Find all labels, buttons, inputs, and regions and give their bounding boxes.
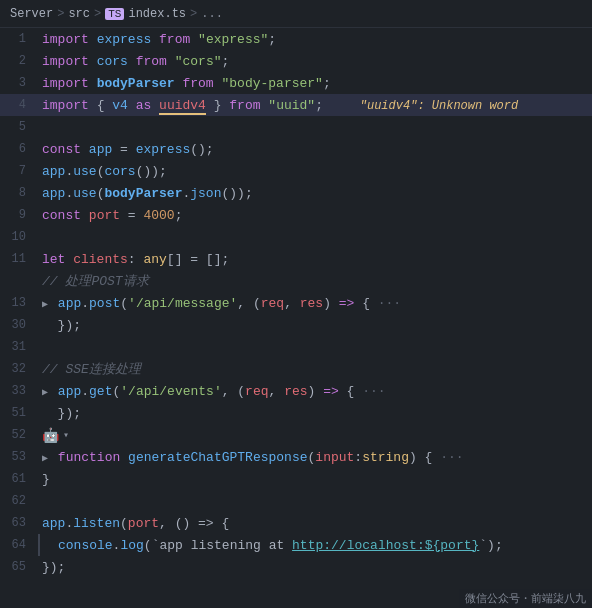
breadcrumb-sep1: >: [57, 7, 64, 21]
line-number: 52: [0, 428, 38, 442]
line-number: 4: [0, 98, 38, 112]
line-content: const app = express();: [38, 142, 592, 157]
warning-text: "uuidv4": Unknown word: [360, 99, 518, 113]
code-line-8: 8 app.use(bodyParser.json());: [0, 182, 592, 204]
line-number: 9: [0, 208, 38, 222]
code-line-7: 7 app.use(cors());: [0, 160, 592, 182]
line-number: 11: [0, 252, 38, 266]
line-content: });: [38, 318, 592, 333]
line-content: ▶ function generateChatGPTResponse(input…: [38, 450, 592, 465]
code-line-1: 1 import express from "express";: [0, 28, 592, 50]
line-content: // SSE连接处理: [38, 360, 592, 378]
code-line-11: 11 let clients: any[] = [];: [0, 248, 592, 270]
code-line-6: 6 const app = express();: [0, 138, 592, 160]
breadcrumb-filename: index.ts: [128, 7, 186, 21]
code-line-30: 30 });: [0, 314, 592, 336]
line-content: import cors from "cors";: [38, 54, 592, 69]
line-content: console.log(`app listening at http://loc…: [38, 538, 592, 553]
line-number: 32: [0, 362, 38, 376]
fold-arrow[interactable]: ▶: [42, 299, 48, 310]
line-number: 30: [0, 318, 38, 332]
line-content: const port = 4000;: [38, 208, 592, 223]
line-number: 53: [0, 450, 38, 464]
code-line-31: 31: [0, 336, 592, 358]
code-line-12: // 处理POST请求: [0, 270, 592, 292]
copilot-area: 🤖 ▾: [42, 427, 592, 444]
line-content: app.use(cors());: [38, 164, 592, 179]
line-number: 8: [0, 186, 38, 200]
line-content: import bodyParser from "body-parser";: [38, 76, 592, 91]
code-line-13: 13 ▶ app.post('/api/message', (req, res)…: [0, 292, 592, 314]
code-line-5: 5: [0, 116, 592, 138]
breadcrumb-dots: ...: [201, 7, 223, 21]
line-number: 6: [0, 142, 38, 156]
line-content: });: [38, 560, 592, 575]
line-number: 5: [0, 120, 38, 134]
line-content: app.use(bodyParser.json());: [38, 186, 592, 201]
breadcrumb: Server > src > TS index.ts > ...: [0, 0, 592, 28]
line-content: app.listen(port, () => {: [38, 516, 592, 531]
line-number: 61: [0, 472, 38, 486]
line-number: 62: [0, 494, 38, 508]
copilot-chevron[interactable]: ▾: [63, 429, 69, 441]
line-content: }: [38, 472, 592, 487]
code-line-3: 3 import bodyParser from "body-parser";: [0, 72, 592, 94]
code-editor: 1 import express from "express"; 2 impor…: [0, 28, 592, 608]
line-number: 10: [0, 230, 38, 244]
line-number: 1: [0, 32, 38, 46]
code-line-4: 4 import { v4 as uuidv4 } from "uuid"; "…: [0, 94, 592, 116]
breadcrumb-sep3: >: [190, 7, 197, 21]
line-number: 63: [0, 516, 38, 530]
line-number: 2: [0, 54, 38, 68]
code-line-2: 2 import cors from "cors";: [0, 50, 592, 72]
line-number: 3: [0, 76, 38, 90]
code-line-10: 10: [0, 226, 592, 248]
code-line-61: 61 }: [0, 468, 592, 490]
breadcrumb-ts-label: TS: [105, 8, 124, 20]
code-line-64: 64 console.log(`app listening at http://…: [0, 534, 592, 556]
line-number: 64: [0, 538, 38, 552]
code-line-62: 62: [0, 490, 592, 512]
line-content: ▶ app.post('/api/message', (req, res) =>…: [38, 296, 592, 311]
breadcrumb-src: src: [68, 7, 90, 21]
watermark: 微信公众号・前端柒八九: [459, 589, 592, 608]
code-line-52: 52 🤖 ▾: [0, 424, 592, 446]
code-line-32: 32 // SSE连接处理: [0, 358, 592, 380]
line-content: // 处理POST请求: [38, 272, 592, 290]
line-content: import { v4 as uuidv4 } from "uuid"; "uu…: [38, 98, 592, 113]
line-content: import express from "express";: [38, 32, 592, 47]
line-number: 13: [0, 296, 38, 310]
line-number: 33: [0, 384, 38, 398]
line-number: 51: [0, 406, 38, 420]
fold-arrow[interactable]: ▶: [42, 453, 48, 464]
copilot-icon: 🤖: [42, 427, 59, 444]
breadcrumb-sep2: >: [94, 7, 101, 21]
line-content: let clients: any[] = [];: [38, 252, 592, 267]
line-number: 31: [0, 340, 38, 354]
line-number: 65: [0, 560, 38, 574]
line-number: 7: [0, 164, 38, 178]
code-line-9: 9 const port = 4000;: [0, 204, 592, 226]
code-line-65: 65 });: [0, 556, 592, 578]
breadcrumb-server: Server: [10, 7, 53, 21]
code-line-63: 63 app.listen(port, () => {: [0, 512, 592, 534]
